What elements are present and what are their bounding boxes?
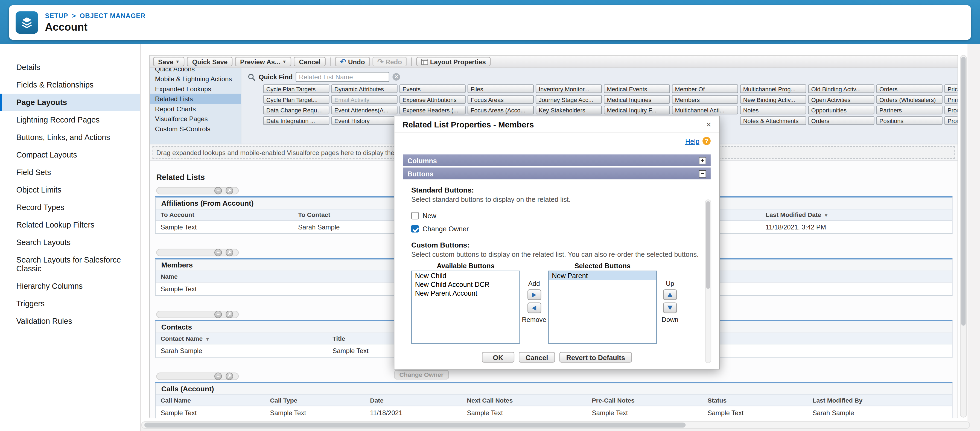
horizontal-scrollbar-thumb[interactable]	[145, 423, 686, 428]
palette-category[interactable]: Custom S-Controls	[150, 124, 240, 134]
sidebar-item[interactable]: Buttons, Links, and Actions	[0, 129, 140, 146]
palette-tile[interactable]: Notes & Attachments	[740, 116, 806, 125]
palette-tile[interactable]: Cycle Plan Target...	[263, 95, 329, 103]
add-button[interactable]	[527, 289, 541, 300]
palette-category[interactable]: Report Charts	[150, 103, 240, 114]
wrench-icon[interactable]	[226, 249, 233, 256]
revert-to-defaults-button[interactable]: Revert to Defaults	[560, 352, 632, 363]
collapse-icon[interactable]: −	[698, 170, 706, 177]
sidebar-item[interactable]: Triggers	[0, 295, 140, 313]
palette-tile[interactable]: Positions	[877, 116, 943, 125]
palette-tile[interactable]: Medical Inquiry F...	[604, 105, 670, 115]
related-list-handle[interactable]: −	[156, 311, 239, 318]
sidebar-item[interactable]: Compact Layouts	[0, 146, 140, 164]
remove-section-icon[interactable]: −	[215, 311, 222, 318]
related-list-handle[interactable]: −	[156, 187, 239, 194]
checkbox-row[interactable]: Change Owner	[411, 225, 702, 232]
vertical-scrollbar[interactable]	[960, 55, 967, 418]
help-icon[interactable]: ?	[702, 137, 711, 145]
palette-tile[interactable]: Product Metric...	[945, 116, 958, 125]
palette-tile[interactable]: Product Inform...	[945, 105, 958, 115]
remove-section-icon[interactable]: −	[215, 187, 222, 194]
palette-tile[interactable]: New Binding Activ...	[740, 95, 806, 103]
palette-tile[interactable]: Inventory Monitor...	[536, 84, 602, 93]
horizontal-scrollbar[interactable]	[142, 421, 970, 429]
palette-tile[interactable]: Data Change Requests	[263, 105, 329, 115]
wrench-icon[interactable]	[226, 311, 233, 318]
palette-tile[interactable]: Primary Parent	[945, 95, 958, 103]
move-down-button[interactable]	[663, 302, 677, 313]
palette-tile[interactable]: Dynamic Attributes	[331, 84, 397, 93]
palette-tile[interactable]: Focus Areas (Acco...	[468, 105, 534, 115]
available-button-option[interactable]: New Parent Account	[412, 289, 519, 297]
palette-tile[interactable]: Event History	[331, 116, 397, 125]
palette-tile[interactable]: Expense Attributions	[399, 95, 466, 103]
sidebar-item[interactable]: Details	[0, 59, 140, 76]
palette-tile[interactable]: Cycle Plan Targets	[263, 84, 329, 93]
sidebar-item[interactable]: Validation Rules	[0, 313, 140, 330]
palette-tile[interactable]: Email Activity	[331, 95, 397, 103]
palette-tile[interactable]: Partners	[877, 105, 943, 115]
palette-tile[interactable]: Old Binding Activ...	[808, 84, 874, 93]
available-button-option[interactable]: New Child Account DCR	[412, 280, 519, 289]
palette-tile[interactable]: Pricing Rules	[945, 84, 958, 93]
related-list-section[interactable]: Calls (Account) Call Name ▾ Call Type	[155, 382, 953, 418]
buttons-section-bar[interactable]: Buttons −	[403, 168, 711, 180]
palette-tile[interactable]: Focus Areas	[468, 95, 534, 103]
breadcrumb-object-manager[interactable]: OBJECT MANAGER	[80, 12, 146, 19]
palette-tile[interactable]: Multichannel Acti...	[672, 105, 738, 115]
palette-tile[interactable]: Open Activities	[808, 95, 874, 103]
expand-icon[interactable]: +	[698, 157, 706, 164]
sidebar-item[interactable]: Search Layouts for Salesforce Classic	[0, 251, 140, 278]
remove-section-icon[interactable]: −	[215, 372, 222, 380]
sidebar-item[interactable]: Object Limits	[0, 181, 140, 199]
palette-tile[interactable]: Members	[672, 95, 738, 103]
palette-category[interactable]: Visualforce Pages	[150, 114, 240, 124]
palette-tile[interactable]: Member Of	[672, 84, 738, 93]
selected-buttons-list[interactable]: New Parent	[548, 271, 657, 344]
palette-tile[interactable]: Notes	[740, 105, 806, 115]
undo-button[interactable]: ↶ Undo	[335, 57, 370, 66]
layout-properties-button[interactable]: Layout Properties	[416, 57, 491, 66]
palette-tile[interactable]: Orders	[808, 116, 874, 125]
wrench-icon[interactable]	[226, 187, 233, 194]
available-button-option[interactable]: New Child	[412, 271, 519, 280]
help-link[interactable]: Help	[685, 137, 700, 145]
sidebar-item[interactable]: Field Sets	[0, 164, 140, 181]
remove-button[interactable]	[527, 302, 541, 313]
checkbox-row[interactable]: New	[411, 212, 702, 219]
palette-tile[interactable]: Journey Stage Acc...	[536, 95, 602, 103]
sidebar-item[interactable]: Fields & Relationships	[0, 76, 140, 94]
palette-tile[interactable]: Data Integration ...	[263, 116, 329, 125]
save-button[interactable]: Save ▼	[153, 57, 185, 66]
sidebar-item[interactable]: Search Layouts	[0, 234, 140, 251]
sidebar-item[interactable]: Record Types	[0, 199, 140, 216]
sidebar-item[interactable]: Page Layouts	[0, 94, 140, 111]
clear-search-icon[interactable]: ✕	[393, 73, 400, 80]
palette-tile[interactable]: Opportunities	[808, 105, 874, 115]
ok-button[interactable]: OK	[482, 352, 514, 363]
dialog-cancel-button[interactable]: Cancel	[519, 352, 555, 363]
palette-tile[interactable]: Event Attendees(A...	[331, 105, 397, 115]
palette-tile[interactable]: Files	[468, 84, 534, 93]
available-buttons-list[interactable]: New ChildNew Child Account DCRNew Parent…	[411, 271, 520, 344]
palette-tile[interactable]: Events	[399, 84, 466, 93]
sidebar-item[interactable]: Related Lookup Filters	[0, 216, 140, 234]
wrench-icon[interactable]	[226, 372, 233, 380]
columns-section-bar[interactable]: Columns +	[403, 154, 711, 166]
quick-find-input[interactable]	[296, 72, 390, 82]
close-icon[interactable]: ×	[706, 120, 711, 129]
move-up-button[interactable]	[663, 289, 677, 300]
checkbox[interactable]	[411, 225, 418, 232]
selected-button-option[interactable]: New Parent	[549, 271, 656, 280]
palette-tile[interactable]: Orders	[877, 84, 943, 93]
dialog-scrollbar-thumb[interactable]	[706, 201, 710, 289]
palette-tile[interactable]: Medical Inquiries	[604, 95, 670, 103]
palette-category[interactable]: Related Lists	[150, 94, 240, 104]
related-list-handle[interactable]: −	[156, 372, 239, 380]
palette-tile[interactable]: Expense Headers (...	[399, 105, 466, 115]
checkbox[interactable]	[411, 212, 418, 219]
cancel-button[interactable]: Cancel	[294, 57, 325, 66]
preview-as-button[interactable]: Preview As... ▼	[235, 57, 292, 66]
palette-tile[interactable]: Medical Events	[604, 84, 670, 93]
